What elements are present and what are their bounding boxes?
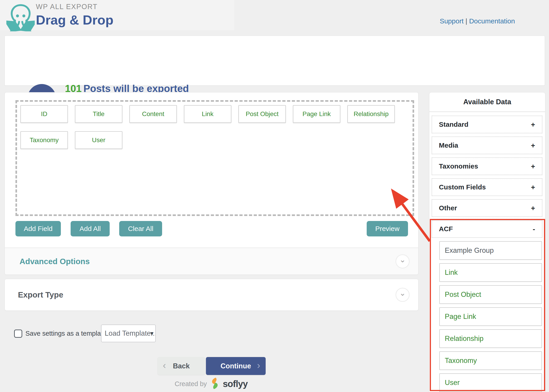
field-chip-content[interactable]: Content: [129, 105, 177, 123]
clear-all-button[interactable]: Clear All: [119, 221, 162, 236]
field-chip-user[interactable]: User: [75, 131, 122, 149]
field-chip-link[interactable]: Link: [184, 105, 231, 123]
header-band: [0, 0, 234, 30]
back-button[interactable]: ‹ Back: [157, 357, 205, 375]
field-chip-page-link[interactable]: Page Link: [293, 105, 340, 123]
sidebar-section-taxonomies[interactable]: Taxonomies +: [432, 157, 542, 175]
preview-button[interactable]: Preview: [367, 221, 408, 236]
chevron-right-icon: ›: [257, 360, 260, 371]
chevron-down-icon[interactable]: ⌄: [396, 254, 410, 268]
acf-items-list: Example Group Link Post Object Page Link…: [439, 241, 542, 392]
sidebar-section-acf[interactable]: ACF -: [432, 220, 542, 238]
field-chip-title[interactable]: Title: [75, 105, 122, 123]
link-separator: |: [464, 17, 469, 25]
brand-top-label: WP ALL EXPORT: [36, 3, 113, 11]
expand-icon[interactable]: +: [531, 162, 535, 171]
collapse-icon[interactable]: -: [533, 225, 535, 233]
acf-item-page-link[interactable]: Page Link: [439, 307, 542, 326]
expand-icon[interactable]: +: [531, 120, 535, 129]
back-label: Back: [173, 362, 190, 370]
select-caret-icon: ▾: [150, 329, 153, 337]
add-all-button[interactable]: Add All: [71, 221, 110, 236]
acf-item-user[interactable]: User: [439, 373, 542, 392]
save-template-checkbox[interactable]: [14, 329, 22, 338]
continue-label: Continue: [221, 362, 251, 370]
expand-icon[interactable]: +: [531, 141, 535, 150]
support-link[interactable]: Support: [440, 17, 464, 25]
chevron-down-icon[interactable]: ⌄: [396, 288, 410, 302]
save-template-label: Save settings as a template: [25, 330, 106, 337]
documentation-link[interactable]: Documentation: [469, 17, 515, 25]
sidebar-section-media[interactable]: Media +: [432, 136, 542, 154]
sidebar-section-standard[interactable]: Standard +: [432, 116, 542, 133]
footer: Created by soflyy: [175, 378, 248, 390]
field-chip-post-object[interactable]: Post Object: [238, 105, 286, 123]
soflyy-brand-name: soflyy: [223, 379, 248, 389]
chevron-left-icon: ‹: [163, 360, 166, 371]
available-data-title: Available Data: [429, 92, 545, 112]
load-template-select[interactable]: Load Template... ▾: [101, 325, 156, 342]
load-template-value: Load Template...: [105, 329, 156, 337]
export-summary-card: 101Posts will be exported Drag & drop da…: [5, 36, 545, 86]
field-chip-relationship[interactable]: Relationship: [347, 105, 395, 123]
acf-item-relationship[interactable]: Relationship: [439, 329, 542, 348]
acf-item-example-group[interactable]: Example Group: [439, 241, 542, 260]
drag-drop-zone[interactable]: ID Title Content Link Post Object Page L…: [15, 100, 414, 216]
header-links: Support | Documentation: [440, 17, 515, 25]
advanced-options-section[interactable]: Advanced Options ⌄: [5, 248, 418, 275]
page-title: Drag & Drop: [36, 12, 113, 28]
acf-item-link[interactable]: Link: [439, 263, 542, 282]
acf-item-post-object[interactable]: Post Object: [439, 285, 542, 304]
continue-button[interactable]: Continue ›: [206, 357, 266, 375]
acf-item-taxonomy[interactable]: Taxonomy: [439, 351, 542, 370]
add-field-button[interactable]: Add Field: [15, 221, 61, 236]
advanced-options-label: Advanced Options: [20, 257, 90, 266]
field-chip-taxonomy[interactable]: Taxonomy: [21, 131, 68, 149]
available-data-sidebar: Available Data Standard + Media + Taxono…: [429, 92, 545, 392]
sidebar-section-custom-fields[interactable]: Custom Fields +: [432, 178, 542, 196]
field-chip-id[interactable]: ID: [21, 105, 68, 123]
wp-all-export-octopus-logo-icon: [6, 2, 35, 31]
expand-icon[interactable]: +: [531, 183, 535, 191]
soflyy-logo-icon: [210, 378, 220, 390]
sidebar-section-other[interactable]: Other +: [432, 199, 542, 217]
expand-icon[interactable]: +: [531, 204, 535, 212]
export-type-section[interactable]: Export Type ⌄: [5, 279, 418, 311]
export-builder-panel: ID Title Content Link Post Object Page L…: [5, 92, 418, 275]
created-by-label: Created by: [175, 380, 207, 388]
export-type-label: Export Type: [18, 290, 63, 299]
